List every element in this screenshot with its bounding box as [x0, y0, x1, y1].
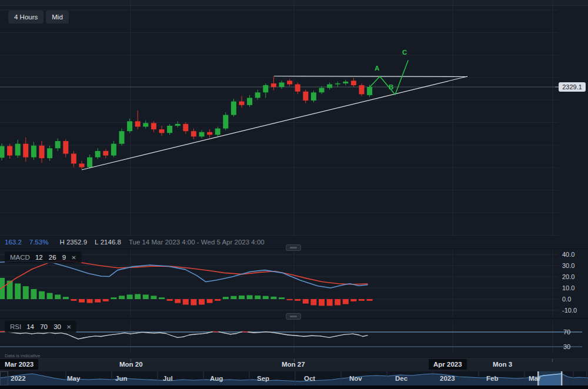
- change-percent: 7.53%: [29, 239, 49, 246]
- range-navigator[interactable]: 2022MayJunJulAugSepOctNovDec2023FebMar: [0, 371, 588, 385]
- timeframe-button[interactable]: 4 Hours: [8, 11, 44, 24]
- rsi-tick-label: 30: [563, 343, 570, 350]
- navigator-month-label: Jul: [163, 375, 173, 382]
- time-axis-label: Mon 27: [282, 361, 305, 368]
- rsi-label: RSI 14 70 30 ✕: [5, 321, 76, 333]
- navigator-handle-right[interactable]: [561, 371, 563, 385]
- annotation-label: B: [389, 83, 393, 90]
- price-type-button[interactable]: Mid: [46, 11, 69, 24]
- change-value: 163.2: [5, 239, 22, 246]
- rsi-close-icon[interactable]: ✕: [66, 324, 71, 330]
- rsi-panel-resize-handle[interactable]: [286, 313, 301, 320]
- macd-tick-label: 30.0: [562, 262, 574, 269]
- price-axis[interactable]: 2500.02450.02400.02350.02300.02250.02200…: [559, 0, 588, 236]
- rsi-axis[interactable]: 7030: [559, 320, 588, 353]
- rsi-tick-label: 70: [563, 328, 570, 336]
- navigator-svg: [0, 371, 588, 385]
- date-range: Tue 14 Mar 2023 4:00 - Wed 5 Apr 2023 4:…: [129, 239, 265, 246]
- time-axis-label: Mar 2023: [0, 359, 38, 370]
- macd-tick-label: 20.0: [562, 273, 574, 280]
- navigator-month-label: Feb: [486, 375, 498, 382]
- time-axis-label: Mon 3: [493, 361, 512, 368]
- price-chart-svg: ABC: [0, 0, 559, 236]
- macd-tick-label: 0.0: [562, 296, 571, 303]
- annotation-label: C: [402, 49, 407, 56]
- navigator-month-label: 2023: [440, 375, 455, 382]
- macd-tick-label: 10.0: [562, 284, 574, 291]
- navigator-month-label: 2022: [11, 375, 26, 382]
- macd-tick-label: 40.0: [562, 251, 574, 258]
- main-chart-canvas[interactable]: ABC: [0, 0, 559, 236]
- macd-axis[interactable]: 40.030.020.010.00.0-10.0: [559, 250, 588, 317]
- abc-annotation: ABC: [370, 49, 408, 95]
- macd-close-icon[interactable]: ✕: [71, 254, 76, 261]
- navigator-month-label: Oct: [304, 375, 315, 382]
- time-axis-label: Mon 20: [119, 361, 143, 368]
- high-value: H 2352.9: [59, 239, 87, 246]
- low-value: L 2146.8: [95, 239, 121, 246]
- rsi-chart-canvas[interactable]: [0, 320, 588, 353]
- macd-svg: [0, 250, 559, 317]
- annotation-label: A: [375, 65, 379, 72]
- time-axis[interactable]: Mar 2023Mon 20Mon 27Apr 2023Mon 3: [0, 358, 588, 371]
- navigator-month-label: Aug: [210, 375, 223, 382]
- navigator-month-label: Mar: [529, 375, 540, 382]
- trading-chart-window: ABC 2500.02450.02400.02350.02300.02250.0…: [0, 0, 588, 389]
- macd-label: MACD 12 26 9 ✕: [5, 251, 82, 263]
- navigator-month-label: May: [67, 375, 80, 382]
- time-tick: [552, 359, 553, 362]
- grid-layer: [0, 0, 559, 236]
- rsi-svg: [0, 320, 588, 353]
- time-axis-label: Apr 2023: [429, 359, 467, 370]
- macd-tick-label: -10.0: [562, 307, 577, 314]
- macd-chart-canvas[interactable]: [0, 250, 559, 317]
- navigator-month-label: Jun: [115, 375, 127, 382]
- navigator-month-label: Nov: [349, 375, 362, 382]
- macd-histogram: [0, 278, 373, 306]
- navigator-month-label: Dec: [395, 375, 407, 382]
- current-price-badge: 2329.1: [559, 82, 586, 92]
- toolbar: 4 Hours Mid: [8, 11, 69, 24]
- data-indicative-note: Data is indicative: [5, 353, 40, 358]
- navigator-month-label: Sep: [257, 375, 269, 382]
- bottom-strip: [0, 385, 588, 389]
- info-bar: 163.2 7.53% H 2352.9 L 2146.8 Tue 14 Mar…: [5, 237, 265, 247]
